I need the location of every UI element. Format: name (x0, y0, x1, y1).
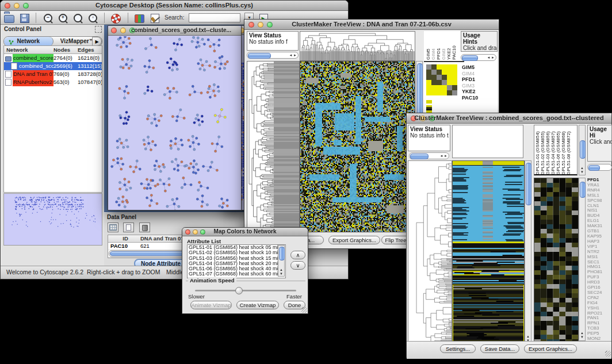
tv2-column-labels-panel: GPL51-01 (GSM854)GPL51-02 (GSM855)GPL51-… (534, 125, 577, 175)
tv1-usage-scrollbar[interactable]: ◄ ► (461, 54, 496, 61)
tv1-row-label: PFD1 (462, 76, 478, 83)
network-row[interactable]: RNAPuberNov2+ 563(0) 107847(0) (4, 78, 102, 86)
move-down-button[interactable]: ∨ (290, 261, 305, 270)
dialog-button[interactable]: Animate Vizmap (190, 301, 232, 309)
tv2-button[interactable]: Settings... (440, 344, 476, 353)
save-session-icon[interactable] (19, 13, 29, 22)
attribute-list-label: Attribute List (187, 238, 221, 244)
search-label: Search: (165, 14, 184, 21)
resize-grip[interactable] (301, 307, 307, 313)
control-panel: Control Panel NetworkVizMapper™ ▶ Networ… (2, 25, 105, 266)
tv2-button[interactable]: Export Graphics... (524, 344, 577, 353)
treeview2-titlebar[interactable]: ClusterMaker TreeView : combined_scores_… (407, 113, 611, 124)
tv1-view-status-panel: View Status No status info f (247, 31, 299, 51)
control-panel-header: Control Panel (2, 25, 104, 35)
slider-thumb[interactable] (235, 287, 243, 294)
tv1-row-label: GIM5 (462, 64, 478, 71)
minimize-button[interactable] (120, 28, 126, 33)
tv1-column-label: PAC10 (452, 32, 457, 60)
tv2-status-scrollbar[interactable]: ◄ ► (409, 152, 449, 159)
toolbar-separator (104, 13, 105, 23)
tv1-heatmap-canvas[interactable] (300, 61, 415, 232)
tv2-column-labels: GPL51-01 (GSM854)GPL51-02 (GSM855)GPL51-… (536, 127, 571, 175)
main-window-title: Cytoscape Desktop (Session Name: collins… (1, 2, 348, 9)
network-overview-canvas[interactable] (4, 194, 102, 244)
attribute-list: GPL51-01 (GSM854) heat shock 05 minGPL51… (187, 244, 286, 278)
attribute-list-scrollbar[interactable]: ▲▼ (278, 245, 285, 277)
tv2-view-status-panel: View Status No status info t (408, 125, 450, 151)
tv2-row-dendrogram[interactable] (408, 160, 452, 344)
search-input[interactable] (189, 13, 240, 22)
tv1-row-label: YKE2 (462, 89, 478, 95)
tv2-column-label: GPL51-01 (GSM854) (536, 127, 540, 175)
map-colors-dialog: Map Colors to Network Attribute List GPL… (182, 227, 308, 314)
close-button[interactable] (111, 28, 117, 33)
network-type-icon (5, 71, 12, 78)
tv2-zoom-heatmap-canvas[interactable] (534, 178, 579, 342)
control-panel-tab[interactable]: Network (4, 37, 53, 46)
network-row[interactable]: combined_sco 2569(6) 13112(15) (4, 62, 102, 70)
tv1-divider (424, 61, 464, 62)
faster-label: Faster (286, 293, 302, 300)
network-type-icon (5, 56, 12, 62)
treeview2-content: View Status No status info t ◄ ► ▲▼ GPL5… (407, 124, 611, 357)
tv2-column-label: GPL51-08 (GSM872) (567, 127, 571, 175)
zoom-out-icon[interactable]: − (43, 13, 53, 22)
resize-grip[interactable] (605, 351, 611, 357)
tv2-column-label: GPL51-02 (GSM855) (541, 127, 545, 175)
network1-titlebar[interactable]: combined_scores_good.txt--cluste... (108, 26, 241, 36)
new-attribute-icon[interactable] (123, 223, 134, 232)
tv1-column-label: GIM4 (431, 32, 436, 60)
tv1-row-label: PAC10 (462, 95, 478, 101)
tv2-vscrollbar[interactable]: ▲▼ (525, 160, 531, 344)
network-view-canvas[interactable] (109, 36, 240, 210)
tv2-usage-hints-panel: Usage Hi Click and (587, 125, 612, 162)
treeview2-title: ClusterMaker TreeView : combined_scores_… (407, 114, 611, 121)
tv2-usage-scrollbar[interactable] (587, 164, 612, 171)
tv2-column-label: GPL51-07 (GSM868) (561, 127, 566, 175)
slower-label: Slower (188, 293, 205, 300)
tv1-row-dendrogram[interactable] (247, 61, 300, 233)
tv2-gene-list: PFD1YRA1RNR4MSL1SPC98CLN1NIS1BUD4ELG1MAK… (587, 178, 612, 342)
tv1-column-dendrogram[interactable] (300, 31, 415, 61)
network-row[interactable]: combined_scores 2764(0) 16218(0) (4, 54, 102, 62)
help-lifesaver-icon[interactable] (111, 13, 121, 22)
tv1-column-label: YKE2 (447, 32, 452, 60)
tv1-row-label: GIM4 (462, 71, 478, 77)
dialog-button[interactable]: Create Vizmap (236, 301, 279, 309)
network-row[interactable]: DNA and Tran 07 769(0) 183728(0) (4, 70, 102, 78)
status-zoom-hint: Right-click + drag to ZOOM (87, 269, 160, 275)
vizmap-palette-icon[interactable] (135, 13, 145, 22)
main-titlebar[interactable]: Cytoscape Desktop (Session Name: collins… (1, 1, 348, 11)
tv2-gene-scrollbar[interactable]: ▲▼ (579, 178, 586, 341)
tab-overflow-arrow[interactable]: ▶ (92, 37, 102, 46)
animation-speed-slider[interactable] (195, 290, 296, 292)
tv2-collabel-scrollbar[interactable]: ▲▼ (579, 125, 586, 175)
move-up-button[interactable]: ∧ (290, 251, 305, 259)
tv1-zoom-matrix-canvas[interactable] (426, 64, 457, 95)
zoom-fit-icon[interactable] (72, 13, 83, 22)
tv1-column-labels: GIM5GIM4PFD1GIM3YKE2PAC10 (426, 32, 457, 60)
network-table-header: Network Nodes Edges (4, 46, 102, 54)
tv1-column-label: GIM5 (426, 32, 431, 60)
open-file-icon[interactable] (4, 13, 14, 22)
dialog-titlebar[interactable]: Map Colors to Network (182, 228, 308, 236)
attribute-list-item[interactable]: GPL51-07 (GSM868) heat shock 60 min (188, 271, 285, 277)
zoom-in-icon[interactable]: + (58, 13, 68, 22)
tv2-column-label: GPL51-06 (GSM865) (556, 127, 561, 175)
tv2-heatmap-canvas[interactable] (452, 160, 525, 344)
delete-attribute-icon[interactable] (139, 223, 150, 232)
tv2-button[interactable]: Save Data... (480, 344, 519, 353)
float-panel-icon[interactable] (95, 26, 102, 33)
network-type-icon (5, 79, 12, 86)
annotation-icon[interactable] (150, 13, 160, 22)
tv1-button[interactable]: Export Graphics... (328, 236, 380, 244)
attribute-select-icon[interactable] (108, 223, 118, 232)
zoom-selected-icon[interactable]: ▫ (87, 13, 98, 22)
network1-title: combined_scores_good.txt--cluste... (131, 27, 241, 33)
toolbar-separator (128, 13, 128, 23)
tv1-column-label: PFD1 (437, 32, 441, 60)
treeview1-titlebar[interactable]: ClusterMaker TreeView : DNA and Tran 07-… (244, 20, 499, 30)
network-overview-panel[interactable] (3, 193, 102, 246)
tv1-status-scrollbar[interactable]: ◄ ► (247, 52, 299, 59)
